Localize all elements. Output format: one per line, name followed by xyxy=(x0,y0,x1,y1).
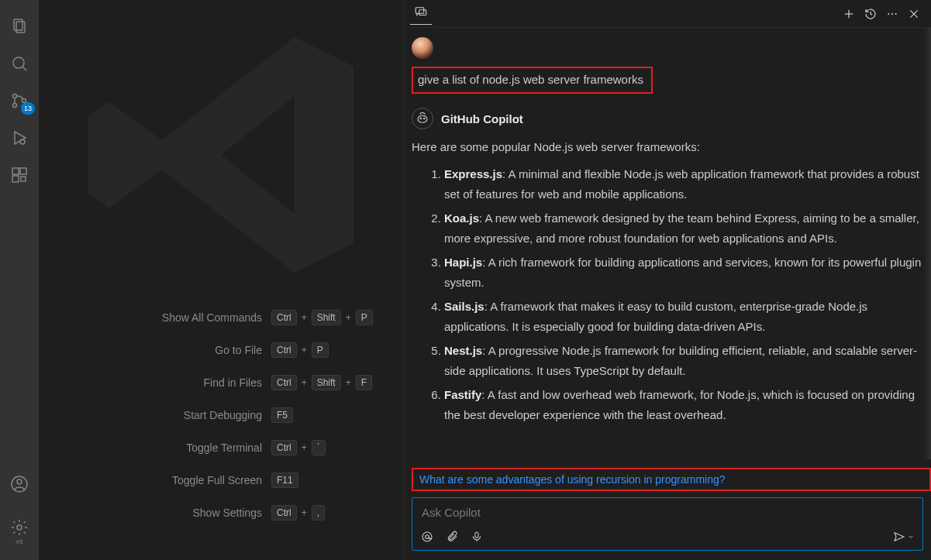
svg-point-4 xyxy=(13,94,17,98)
framework-list: Express.js: A minimal and flexible Node.… xyxy=(412,164,923,424)
user-prompt-highlight: give a list of node.js web server framew… xyxy=(412,67,653,94)
shortcut-label: Find in Files xyxy=(204,376,262,389)
chat-body[interactable]: give a list of node.js web server framew… xyxy=(404,28,931,465)
run-debug-icon[interactable] xyxy=(1,119,38,156)
svg-rect-12 xyxy=(21,177,26,181)
new-chat-icon[interactable] xyxy=(838,3,860,25)
list-item: Koa.js: A new web framework designed by … xyxy=(444,208,923,248)
shortcut-row: Show All Commands Ctrl+ Shift+ P xyxy=(39,310,380,325)
svg-point-2 xyxy=(13,57,24,68)
user-message: give a list of node.js web server framew… xyxy=(412,37,923,94)
activity-bar: 13 VS xyxy=(0,0,39,560)
shortcut-label: Start Debugging xyxy=(184,409,262,421)
svg-point-25 xyxy=(418,115,427,122)
attach-icon[interactable] xyxy=(445,530,459,544)
user-avatar xyxy=(412,37,433,59)
svg-line-3 xyxy=(22,67,26,70)
history-icon[interactable] xyxy=(860,3,881,25)
list-item: Nest.js: A progressive Node.js framework… xyxy=(444,341,923,380)
chat-input-area xyxy=(404,497,931,560)
svg-rect-17 xyxy=(419,10,426,15)
svg-point-20 xyxy=(888,12,889,14)
vs-label: VS xyxy=(16,539,22,545)
svg-rect-0 xyxy=(14,19,22,30)
svg-rect-1 xyxy=(16,22,25,33)
svg-point-22 xyxy=(895,12,897,14)
shortcut-label: Show Settings xyxy=(193,507,263,519)
copilot-chat-panel: give a list of node.js web server framew… xyxy=(403,0,931,560)
list-item: Hapi.js: A rich framework for building a… xyxy=(444,253,923,292)
send-button[interactable] xyxy=(893,531,915,543)
chat-input[interactable] xyxy=(412,498,922,527)
editor-welcome-area: Show All Commands Ctrl+ Shift+ P Go to F… xyxy=(39,0,403,560)
svg-point-5 xyxy=(13,104,17,108)
shortcut-row: Toggle Full Screen F11 xyxy=(39,472,380,488)
svg-rect-11 xyxy=(12,176,19,182)
list-item: Fastify: A fast and low overhead web fra… xyxy=(444,385,923,424)
chat-tab-icon[interactable] xyxy=(410,3,432,25)
ai-message: GitHub Copilot Here are some popular Nod… xyxy=(412,108,923,424)
svg-point-27 xyxy=(424,118,426,119)
svg-point-21 xyxy=(891,12,893,14)
svg-rect-16 xyxy=(416,8,424,14)
extensions-icon[interactable] xyxy=(1,156,38,194)
search-icon[interactable] xyxy=(1,45,38,82)
mic-icon[interactable] xyxy=(470,530,484,544)
scm-badge: 13 xyxy=(21,102,35,115)
shortcut-row: Go to File Ctrl+ P xyxy=(39,342,380,358)
shortcut-label: Go to File xyxy=(215,344,262,356)
svg-point-28 xyxy=(422,532,432,541)
svg-point-14 xyxy=(17,479,22,484)
account-icon[interactable] xyxy=(1,466,38,503)
shortcut-row: Find in Files Ctrl+ Shift+ F xyxy=(39,375,380,390)
svg-point-15 xyxy=(17,525,22,530)
explorer-icon[interactable] xyxy=(1,8,38,45)
list-item: Sails.js: A framework that makes it easy… xyxy=(444,297,923,336)
copilot-avatar-icon xyxy=(412,108,433,129)
shortcut-label: Show All Commands xyxy=(162,311,262,324)
suggestion-highlight: What are some advantages of using recurs… xyxy=(412,468,931,491)
svg-point-29 xyxy=(426,535,429,539)
more-icon[interactable] xyxy=(881,3,903,25)
svg-point-26 xyxy=(420,118,422,119)
shortcut-row: Start Debugging F5 xyxy=(39,407,380,423)
welcome-shortcuts: Show All Commands Ctrl+ Shift+ P Go to F… xyxy=(39,310,380,520)
chat-input-box xyxy=(412,497,923,551)
mention-icon[interactable] xyxy=(420,530,434,544)
user-prompt-text: give a list of node.js web server framew… xyxy=(418,73,643,86)
chat-tab-bar xyxy=(404,0,931,28)
settings-gear-icon[interactable]: VS xyxy=(1,509,38,546)
shortcut-label: Toggle Full Screen xyxy=(172,474,262,486)
shortcut-label: Toggle Terminal xyxy=(186,441,262,454)
chat-suggestion-link[interactable]: What are some advantages of using recurs… xyxy=(419,473,726,486)
ai-intro-text: Here are some popular Node.js web server… xyxy=(412,140,923,153)
source-control-icon[interactable]: 13 xyxy=(1,82,38,119)
list-item: Express.js: A minimal and flexible Node.… xyxy=(444,164,923,204)
svg-rect-30 xyxy=(475,532,478,538)
scrollbar[interactable] xyxy=(923,28,931,459)
svg-rect-10 xyxy=(20,168,26,174)
shortcut-row: Toggle Terminal Ctrl+ ` xyxy=(39,440,380,455)
close-icon[interactable] xyxy=(903,3,925,25)
svg-rect-9 xyxy=(12,168,19,174)
shortcut-row: Show Settings Ctrl+ , xyxy=(39,505,380,520)
vscode-watermark-logo xyxy=(74,8,368,305)
ai-name: GitHub Copilot xyxy=(441,112,523,125)
